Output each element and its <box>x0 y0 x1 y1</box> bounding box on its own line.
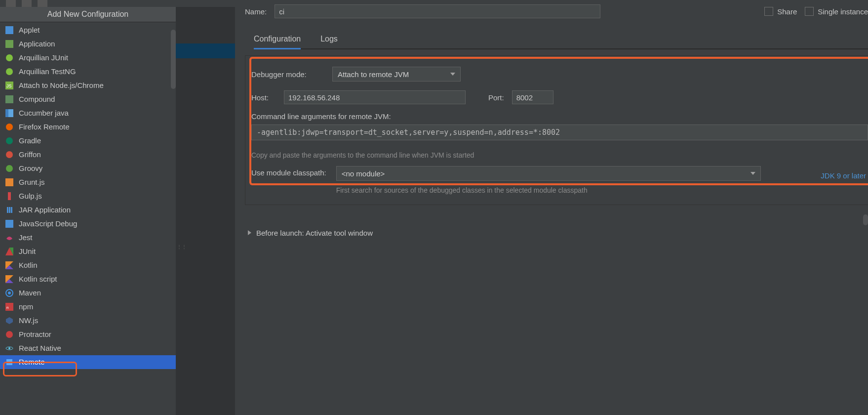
config-type-label: Attach to Node.js/Chrome <box>19 79 104 92</box>
chevron-down-icon <box>750 172 755 175</box>
remote-icon <box>5 358 14 367</box>
config-type-item-kotlin-script[interactable]: Kotlin script <box>0 272 176 286</box>
config-type-item-applet[interactable]: Applet <box>0 23 176 37</box>
config-type-label: Gulp.js <box>19 189 42 203</box>
host-label: Host: <box>251 93 276 102</box>
gulp-icon <box>5 192 14 201</box>
config-type-item-jest[interactable]: Jest <box>0 231 176 245</box>
cmdline-arguments-value[interactable]: -agentlib:jdwp=transport=dt_socket,serve… <box>251 124 868 140</box>
tab-logs[interactable]: Logs <box>320 32 338 48</box>
cucumber-icon <box>5 109 14 118</box>
sidebar-scrollbar[interactable] <box>171 30 176 89</box>
junit-icon <box>5 247 14 256</box>
config-type-item-attach-to-node-js-chrome[interactable]: JSAttach to Node.js/Chrome <box>0 79 176 92</box>
svg-point-20 <box>8 291 11 294</box>
config-type-item-maven[interactable]: Maven <box>0 286 176 300</box>
debugger-mode-select[interactable]: Attach to remote JVM <box>332 67 461 82</box>
config-type-item-grunt-js[interactable]: Grunt.js <box>0 175 176 189</box>
debugger-mode-row: Debugger mode: Attach to remote JVM <box>245 63 868 86</box>
svg-text:n: n <box>6 305 8 310</box>
share-label: Share <box>777 7 797 16</box>
add-new-configuration-header: Add New Configuration <box>0 7 176 22</box>
config-type-item-compound[interactable]: Compound <box>0 92 176 106</box>
cmdline-hint: Copy and paste the arguments to the comm… <box>251 151 868 159</box>
single-instance-label: Single instance <box>818 7 868 16</box>
config-type-item-npm[interactable]: nnpm <box>0 300 176 314</box>
toolbar-icon[interactable] <box>6 0 16 7</box>
npm-icon: n <box>5 302 14 311</box>
config-type-item-gradle[interactable]: Gradle <box>0 134 176 148</box>
module-classpath-select[interactable]: <no module> <box>336 166 761 181</box>
right-panel-scrollbar[interactable] <box>863 214 868 225</box>
jdk-version-link[interactable]: JDK 9 or later <box>821 171 866 180</box>
svg-point-11 <box>6 151 13 158</box>
config-type-item-nw-js[interactable]: NW.js <box>0 314 176 328</box>
svg-rect-15 <box>7 207 8 213</box>
before-launch-label: Before launch: Activate tool window <box>256 229 373 237</box>
tab-configuration[interactable]: Configuration <box>254 32 301 48</box>
single-instance-checkbox[interactable] <box>805 7 814 16</box>
config-type-item-javascript-debug[interactable]: JavaScript Debug <box>0 217 176 231</box>
config-type-item-remote[interactable]: Remote <box>0 355 176 369</box>
configuration-type-list[interactable]: AppletApplicationArquillian JUnitArquill… <box>0 22 176 415</box>
config-type-item-junit[interactable]: JUnit <box>0 245 176 258</box>
config-type-label: Firefox Remote <box>19 120 70 134</box>
splitter-handle[interactable]: ⋮⋮ <box>177 244 187 249</box>
config-type-label: Gradle <box>19 134 41 148</box>
toolbar-icon[interactable] <box>38 0 47 7</box>
svg-rect-0 <box>5 26 13 34</box>
port-label: Port: <box>488 93 504 102</box>
config-type-label: Maven <box>19 286 41 300</box>
config-type-item-firefox-remote[interactable]: Firefox Remote <box>0 120 176 134</box>
config-type-item-application[interactable]: Application <box>0 37 176 51</box>
name-row: Name: Share Single instance <box>245 5 868 18</box>
host-input[interactable] <box>284 90 466 104</box>
config-type-item-cucumber-java[interactable]: Cucumber java <box>0 106 176 120</box>
module-classpath-value: <no module> <box>342 169 385 178</box>
arquillian-icon <box>5 67 14 76</box>
svg-rect-14 <box>8 192 11 200</box>
svg-rect-18 <box>5 220 13 228</box>
svg-point-24 <box>6 331 13 338</box>
before-launch-section[interactable]: Before launch: Activate tool window <box>248 229 868 237</box>
single-instance-checkbox-wrap[interactable]: Single instance <box>805 7 868 16</box>
kotlin-icon <box>5 261 14 270</box>
port-input[interactable] <box>512 90 553 104</box>
config-type-item-groovy[interactable]: Groovy <box>0 162 176 175</box>
config-type-item-kotlin[interactable]: Kotlin <box>0 258 176 272</box>
share-checkbox[interactable] <box>764 7 773 16</box>
main-layout: Add New Configuration AppletApplicationA… <box>0 7 868 415</box>
svg-point-3 <box>6 68 13 75</box>
svg-rect-6 <box>5 95 13 103</box>
config-type-item-griffon[interactable]: Griffon <box>0 148 176 162</box>
config-type-label: Protractor <box>19 328 51 341</box>
maven-icon <box>5 289 14 297</box>
config-type-label: npm <box>19 300 33 314</box>
config-type-item-arquillian-junit[interactable]: Arquillian JUnit <box>0 51 176 65</box>
expand-arrow-icon <box>248 230 251 235</box>
module-classpath-label: Use module classpath: <box>251 166 326 177</box>
protractor-icon <box>5 330 14 339</box>
share-checkbox-wrap[interactable]: Share <box>764 7 797 16</box>
nwjs-icon <box>5 316 14 325</box>
config-type-item-jar-application[interactable]: JAR Application <box>0 203 176 217</box>
griffon-icon <box>5 150 14 159</box>
svg-rect-17 <box>11 207 12 213</box>
config-type-item-react-native[interactable]: React Native <box>0 341 176 355</box>
config-type-label: Compound <box>19 92 55 106</box>
svg-text:JS: JS <box>6 83 12 88</box>
config-type-label: JUnit <box>19 245 36 258</box>
right-panel: Name: Share Single instance Configuratio… <box>235 7 868 415</box>
name-input[interactable] <box>275 4 600 18</box>
toolbar-icon[interactable] <box>22 0 32 7</box>
svg-rect-27 <box>6 359 12 365</box>
tab-row: Configuration Logs <box>254 32 868 49</box>
config-type-item-protractor[interactable]: Protractor <box>0 328 176 341</box>
config-type-label: Grunt.js <box>19 175 45 189</box>
module-classpath-hint: First search for sources of the debugged… <box>336 186 603 196</box>
configuration-content: Debugger mode: Attach to remote JVM Host… <box>245 55 868 205</box>
config-type-item-arquillian-testng[interactable]: Arquillian TestNG <box>0 65 176 79</box>
debugger-mode-value: Attach to remote JVM <box>338 70 409 79</box>
config-type-item-gulp-js[interactable]: Gulp.js <box>0 189 176 203</box>
config-type-label: Applet <box>19 23 40 37</box>
